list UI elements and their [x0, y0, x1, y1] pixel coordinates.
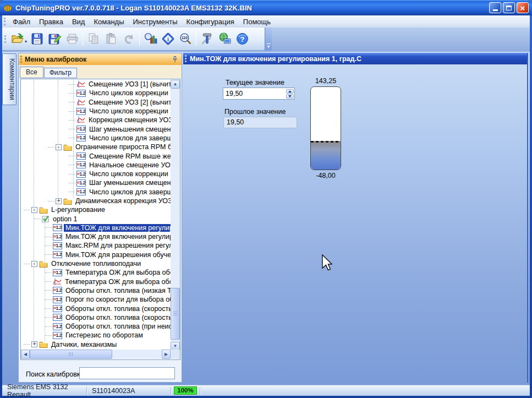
panel-grip[interactable]: [20, 56, 22, 63]
find-value-button[interactable]: 110: [177, 31, 194, 47]
tree-guide: [73, 80, 74, 198]
comments-side-tab[interactable]: Комментарии: [2, 53, 17, 105]
tree-item[interactable]: =1.2Начальное смещение УОЗ: [21, 161, 171, 170]
tree-horizontal-scrollbar[interactable]: ◀ ▶: [21, 350, 171, 359]
copy-button: [85, 31, 102, 47]
tools-button[interactable]: [199, 31, 215, 47]
tree-item[interactable]: =1.2Число циклов коррекции УО: [21, 170, 171, 178]
help-button[interactable]: ?: [234, 31, 250, 47]
toolbar-row: ▾ i: [2, 28, 530, 52]
expand-icon[interactable]: +: [31, 341, 37, 347]
tree-item[interactable]: =1.2Число циклов коррекции УО: [21, 107, 171, 116]
tree-item[interactable]: =1.2Число циклов коррекции УО: [21, 89, 171, 97]
collapse-icon[interactable]: -: [31, 207, 37, 213]
tree-item[interactable]: Коррекция смещения УОЗ п: [21, 116, 171, 124]
save-button[interactable]: [29, 31, 45, 47]
status-ecu: Siemens EMS 3132 Renault: [2, 385, 86, 396]
pin-icon[interactable]: [172, 56, 178, 63]
current-value-spinner[interactable]: [223, 88, 295, 100]
tree-connector: [24, 344, 30, 345]
tree-item[interactable]: =1.2Шаг уменьшения смещения У: [21, 178, 171, 187]
menu-item-4[interactable]: Команды: [89, 17, 128, 27]
panel-grip[interactable]: [185, 55, 187, 62]
tree-connector: [45, 326, 52, 327]
minimize-button[interactable]: [489, 2, 501, 13]
maximize-icon: [506, 6, 512, 10]
menu-item-2[interactable]: Правка: [35, 17, 68, 27]
info-button[interactable]: i: [160, 31, 176, 47]
vertical-scroll-thumb[interactable]: [171, 288, 180, 340]
tree-connector: [45, 272, 52, 273]
tree-item[interactable]: =1.2Температура ОЖ для выбора оборот: [21, 268, 171, 277]
tree-item[interactable]: -L-регулирование: [21, 205, 171, 214]
tree-item[interactable]: =1.2Обороты откл. топлива (низкая ТОЖ: [21, 286, 171, 295]
previous-value-label: Прошлое значение: [224, 108, 286, 116]
tree-item[interactable]: =1.2Мин.ТОЖ для включения регулирова: [21, 232, 171, 241]
spin-up-icon[interactable]: [286, 89, 294, 94]
tree-item[interactable]: =1.2Макс.RPM для разрешения регулиро: [21, 241, 171, 250]
tree-item[interactable]: =1.2Шаг уменьшения смещения У: [21, 124, 171, 133]
scroll-left-icon[interactable]: ◀: [21, 350, 30, 359]
tree-item[interactable]: =1.2Обороты откл. топлива (скорость вы: [21, 313, 171, 322]
folder-icon: [63, 198, 72, 205]
internet-update-button[interactable]: [216, 31, 233, 47]
maximize-button[interactable]: [503, 2, 515, 13]
toolbar-overflow-button[interactable]: ▼: [265, 28, 272, 51]
tab-filter[interactable]: Фильтр: [44, 68, 77, 78]
tree-item[interactable]: =1.2Порог по скорости для выбора обор: [21, 295, 171, 304]
scroll-up-icon[interactable]: ▲: [171, 80, 180, 89]
collapse-icon[interactable]: -: [31, 261, 37, 267]
svg-text:i: i: [167, 36, 169, 42]
menu-item-1[interactable]: Файл: [8, 17, 35, 27]
tree-item-label: Обороты откл. топлива (скорость ни: [64, 305, 171, 313]
menu-item-6[interactable]: Конфигурация: [182, 17, 239, 27]
toolbar-grip[interactable]: [4, 35, 6, 43]
tree-item[interactable]: -Ограничение прироста RPM без: [21, 143, 171, 151]
spin-down-icon[interactable]: [286, 94, 294, 99]
tree-item[interactable]: =1.2Число циклов для завершени: [21, 188, 171, 197]
tree-item[interactable]: =1.2Мин.ТОЖ для включения регулирова: [21, 223, 171, 232]
tree-item[interactable]: -Отключение топливоподачи: [21, 259, 171, 268]
compare-charts-button[interactable]: [142, 31, 158, 47]
expand-icon[interactable]: +: [56, 198, 62, 204]
tree-item[interactable]: =1.2Смещение RPM выше жел.об: [21, 151, 171, 160]
tree-guide: [34, 80, 34, 345]
tree-item-label: Отключение топливоподачи: [50, 260, 142, 268]
tree-item[interactable]: =1.2Число циклов для завершени: [21, 134, 171, 143]
tree-item[interactable]: =1.2Мин.ТОЖ для разрешения обучения: [21, 250, 171, 259]
tree-vertical-scrollbar[interactable]: ▲ ▼: [171, 80, 180, 351]
scroll-right-icon[interactable]: ▶: [162, 350, 171, 359]
save-modified-button[interactable]: [46, 31, 63, 47]
value-icon: =1.2: [53, 314, 62, 321]
menu-item-7[interactable]: Помощь: [239, 17, 275, 27]
gauge-max-label: 143,25: [305, 77, 347, 85]
menubar-grip[interactable]: [4, 18, 6, 25]
tree-item[interactable]: =1.2Гистерезис по оборотам: [21, 331, 171, 340]
tree-item[interactable]: =1.2Обороты откл. топлива (при неиспр.): [21, 322, 171, 331]
tree-item[interactable]: Смещение УОЗ [2] (вычитает: [21, 98, 171, 107]
horizontal-scroll-thumb[interactable]: [30, 350, 112, 359]
tab-all[interactable]: Все: [20, 67, 43, 78]
tree-item[interactable]: +Динамическая коррекция УОЗ п: [21, 197, 171, 205]
value-icon: =1.2: [76, 152, 86, 160]
paste-button: [103, 31, 119, 47]
tree-item[interactable]: =1.2Обороты откл. топлива (скорость ни: [21, 304, 171, 313]
tree-item[interactable]: Температура ОЖ для выбора оборот: [21, 277, 171, 286]
tree-item[interactable]: Смещение УОЗ [1] (вычитает: [21, 80, 171, 89]
value-icon: =1.2: [53, 296, 62, 303]
tree-item-label: option 1: [51, 215, 79, 223]
collapse-icon[interactable]: -: [56, 144, 62, 150]
menu-item-5[interactable]: Инструменты: [129, 17, 182, 27]
calibration-search-input[interactable]: [79, 367, 175, 379]
gauge-min-label: -48,00: [305, 172, 347, 179]
tree-item[interactable]: option 1: [21, 214, 171, 223]
open-file-button[interactable]: [9, 31, 26, 47]
app-icon: [3, 3, 12, 12]
open-dropdown-icon[interactable]: ▾: [25, 39, 27, 44]
menu-item-3[interactable]: Вид: [68, 17, 90, 27]
current-value-input[interactable]: [223, 88, 286, 99]
progress-badge: 100%: [174, 386, 196, 395]
tree-connector: [45, 237, 52, 237]
tree-item[interactable]: +Датчики, механизмы: [21, 340, 171, 349]
close-button[interactable]: ×: [517, 2, 529, 13]
